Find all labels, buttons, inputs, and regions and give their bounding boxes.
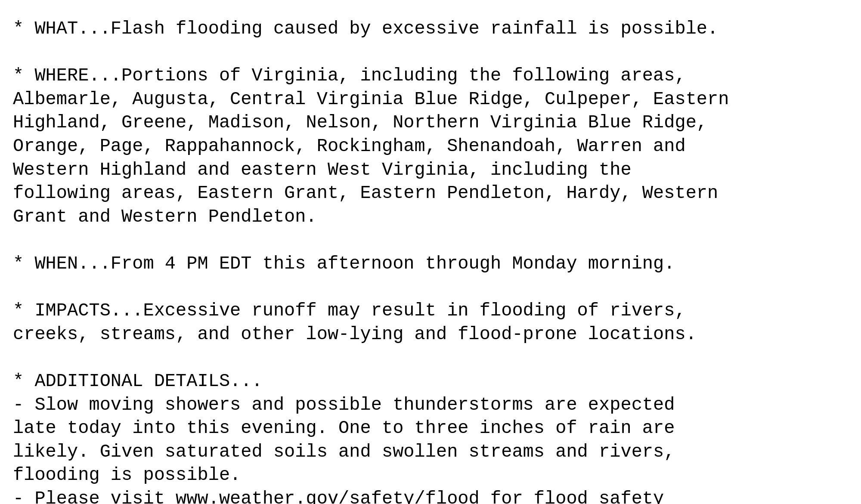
alert-content: * WHAT...Flash flooding caused by excess… — [13, 17, 848, 504]
alert-body: * WHAT...Flash flooding caused by excess… — [13, 17, 848, 504]
